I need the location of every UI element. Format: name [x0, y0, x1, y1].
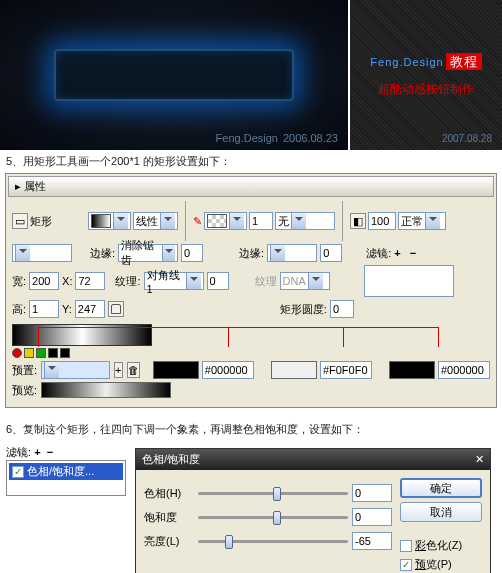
- lightness-slider[interactable]: [198, 540, 348, 543]
- node-hex-input[interactable]: [202, 361, 254, 379]
- close-icon[interactable]: ✕: [475, 453, 484, 466]
- texture-pct-input[interactable]: [207, 272, 229, 290]
- width-label: 宽:: [12, 274, 26, 289]
- annotation-line: [438, 327, 439, 347]
- step-6-text: 6、复制这个矩形，往四向下调一个象素，再调整色相饱和度，设置如下：: [0, 418, 502, 441]
- glow-button-preview: [54, 49, 294, 101]
- x-label: X:: [62, 275, 72, 287]
- opacity-icon: ◧: [350, 213, 366, 229]
- add-filter-button[interactable]: +: [34, 446, 40, 458]
- ok-button[interactable]: 确定: [400, 478, 482, 498]
- y-label: Y:: [62, 303, 72, 315]
- saturation-slider[interactable]: [198, 516, 348, 519]
- round-label: 矩形圆度:: [280, 302, 327, 317]
- preset-dropdown[interactable]: [41, 361, 110, 379]
- shape-label: 矩形: [30, 214, 52, 229]
- filter-checkbox[interactable]: [12, 466, 24, 478]
- colorize-checkbox[interactable]: 彩色化(Z): [400, 538, 482, 553]
- texture-dropdown[interactable]: 对角线1: [144, 272, 204, 290]
- dialog-title: 色相/饱和度: [142, 452, 200, 467]
- panel-title[interactable]: ▸ 属性: [8, 176, 494, 197]
- fill-type-dropdown[interactable]: 线性: [133, 212, 178, 230]
- annotation-line: [228, 327, 229, 347]
- annotation-line: [38, 327, 438, 328]
- opacity-input[interactable]: [368, 212, 396, 230]
- preview-gradient: [41, 382, 171, 398]
- preview-checkbox[interactable]: 预览(P): [400, 557, 482, 572]
- edge-label: 边缘:: [90, 246, 115, 261]
- stroke-color-dropdown[interactable]: [204, 212, 247, 230]
- saturation-input[interactable]: [352, 508, 392, 526]
- color-node-2: [271, 361, 372, 379]
- shape-icon: ▭: [12, 213, 28, 229]
- saturation-label: 饱和度: [144, 510, 194, 525]
- shape-name-dropdown[interactable]: [12, 244, 72, 262]
- dna-label: 纹理: [255, 274, 277, 289]
- hsl-dialog: 色相/饱和度 ✕ 色相(H) 饱和度 亮度(L): [135, 448, 491, 573]
- banner-subtitle: 超酷动感按钮制作: [378, 81, 474, 98]
- dialog-titlebar[interactable]: 色相/饱和度 ✕: [136, 449, 490, 470]
- annotation-line: [38, 327, 39, 347]
- add-filter-button[interactable]: +: [394, 247, 400, 259]
- gradient-slot-row: [12, 348, 490, 358]
- node-hex-input[interactable]: [320, 361, 372, 379]
- color-node-3: [389, 361, 490, 379]
- filter-label-2: 滤镜:: [6, 446, 31, 458]
- stroke-edge-dropdown[interactable]: [267, 244, 317, 262]
- banner-right: Feng.Design教程 超酷动感按钮制作 2007.08.28: [350, 0, 502, 150]
- annotation-line: [343, 327, 344, 347]
- cancel-button[interactable]: 取消: [400, 502, 482, 522]
- lock-icon[interactable]: [108, 301, 124, 317]
- x-input[interactable]: [75, 272, 105, 290]
- preset-label: 预置:: [12, 363, 37, 378]
- node-swatch[interactable]: [271, 361, 317, 379]
- blend-mode-dropdown[interactable]: 正常: [398, 212, 446, 230]
- node-swatch[interactable]: [153, 361, 199, 379]
- dna-dropdown: DNA: [280, 272, 330, 290]
- height-input[interactable]: [29, 300, 59, 318]
- preview-label: 预览:: [12, 383, 37, 398]
- slot-icon[interactable]: [24, 348, 34, 358]
- tutorial-banner: Feng.Design 2006.08.23 Feng.Design教程 超酷动…: [0, 0, 502, 150]
- y-input[interactable]: [75, 300, 105, 318]
- banner-right-date: 2007.08.28: [442, 133, 492, 144]
- pencil-icon: ✎: [193, 215, 202, 228]
- edge-amount-input[interactable]: [181, 244, 203, 262]
- stroke-style-dropdown[interactable]: 无: [275, 212, 335, 230]
- hue-label: 色相(H): [144, 486, 194, 501]
- hue-input[interactable]: [352, 484, 392, 502]
- stroke-edge-input[interactable]: [320, 244, 342, 262]
- height-label: 高:: [12, 302, 26, 317]
- remove-filter-button[interactable]: −: [47, 446, 53, 458]
- stroke-width-input[interactable]: [249, 212, 273, 230]
- banner-title: Feng.Design教程: [370, 53, 481, 71]
- remove-filter-button[interactable]: −: [410, 247, 416, 259]
- round-input[interactable]: [330, 300, 354, 318]
- slot-icon[interactable]: [36, 348, 46, 358]
- delete-preset-icon[interactable]: 🗑: [127, 362, 140, 378]
- slot-icon[interactable]: [60, 348, 70, 358]
- slot-icon[interactable]: [48, 348, 58, 358]
- filter-list[interactable]: 色相/饱和度...: [6, 460, 126, 496]
- properties-panel: ▸ 属性 ▭ 矩形 线性 ✎ 无 ◧ 正常: [5, 173, 497, 408]
- edge-dropdown[interactable]: 消除锯齿: [118, 244, 178, 262]
- banner-preview-left: Feng.Design 2006.08.23: [0, 0, 350, 150]
- fill-swatch-dropdown[interactable]: [88, 212, 131, 230]
- lightness-label: 亮度(L): [144, 534, 194, 549]
- filter-list-box[interactable]: [364, 265, 454, 297]
- stroke-edge-label: 边缘:: [239, 246, 264, 261]
- filter-item-hsl[interactable]: 色相/饱和度...: [9, 463, 123, 480]
- color-node-1: [153, 361, 254, 379]
- width-input[interactable]: [29, 272, 59, 290]
- filter-label: 滤镜:: [366, 246, 391, 261]
- step-5-text: 5、用矩形工具画一个200*1 的矩形设置如下：: [0, 150, 502, 173]
- banner-left-caption: Feng.Design 2006.08.23: [216, 132, 338, 144]
- add-preset-button[interactable]: +: [114, 362, 123, 378]
- lightness-input[interactable]: [352, 532, 392, 550]
- hue-slider[interactable]: [198, 492, 348, 495]
- slot-icon[interactable]: [12, 348, 22, 358]
- node-swatch[interactable]: [389, 361, 435, 379]
- node-hex-input[interactable]: [438, 361, 490, 379]
- texture-label: 纹理:: [115, 274, 140, 289]
